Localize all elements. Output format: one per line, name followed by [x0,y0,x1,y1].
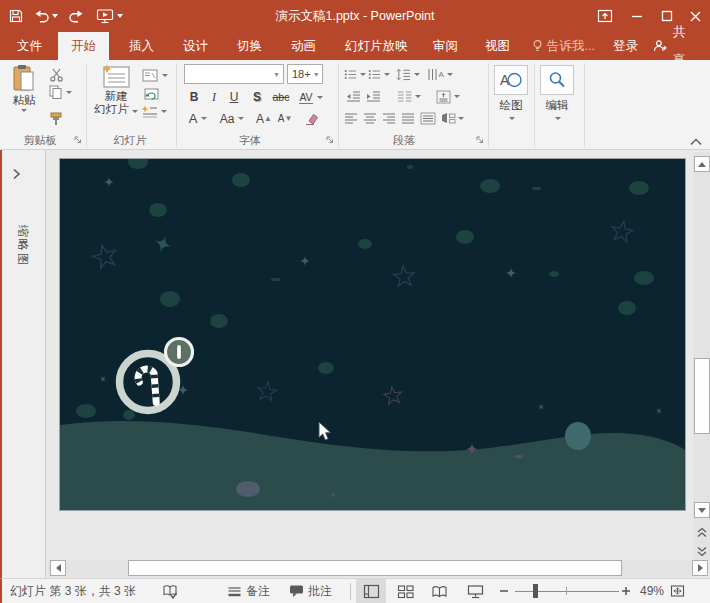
scroll-down-button[interactable] [694,502,710,518]
font-size-combobox[interactable]: 18+▾ [287,64,323,84]
new-slide-button[interactable]: 新建 幻灯片 [94,64,138,116]
tab-slideshow[interactable]: 幻灯片放映 [332,32,421,60]
fit-slide-button[interactable] [670,579,685,603]
tab-animations[interactable]: 动画 [278,32,329,60]
undo-button[interactable] [32,6,60,26]
clipboard-group-label: 剪贴板 [8,133,72,148]
powerpoint-window: 演示文稿1.pptx - PowerPoint 文件 开始 插入 设计 切换 动… [0,0,710,603]
zoom-in-button[interactable] [621,579,631,603]
reading-view-button[interactable] [424,579,454,603]
clear-formatting-button[interactable] [302,110,320,127]
start-from-slide-button[interactable] [92,6,126,26]
next-slide-button[interactable] [694,544,710,558]
change-case-button[interactable]: Aa [216,110,248,127]
normal-view-button[interactable] [356,579,386,603]
tab-view[interactable]: 视图 [472,32,523,60]
format-painter-button[interactable] [46,111,66,127]
distribute-text-button[interactable] [418,111,437,126]
zoom-level-button[interactable]: 49% [640,579,664,603]
share-button[interactable]: 共享 [640,32,710,60]
scroll-left-button[interactable] [50,560,66,576]
justify-button[interactable] [399,111,416,126]
drawing-button[interactable]: A [494,65,528,95]
tab-file[interactable]: 文件 [4,32,55,60]
save-button[interactable] [6,6,26,26]
slide-canvas[interactable] [60,159,685,510]
ribbon-tab-row: 文件 开始 插入 设计 切换 动画 幻灯片放映 审阅 视图 告诉我... 登录 … [0,32,710,60]
text-direction-button[interactable]: A [426,67,454,82]
underline-button[interactable]: U [226,89,242,105]
line-spacing-button[interactable] [396,67,420,82]
grow-font-button[interactable]: A▲ [255,110,273,127]
zoom-out-button[interactable] [499,579,509,603]
zoom-slider-thumb[interactable] [533,584,538,598]
vertical-scroll-thumb[interactable] [694,358,710,434]
slide-number-indicator[interactable]: 幻灯片 第 3 张，共 3 张 [10,579,136,603]
decrease-indent-button[interactable] [344,89,362,104]
spell-check-button[interactable] [162,579,178,603]
italic-button[interactable]: I [206,89,222,105]
tab-home[interactable]: 开始 [58,32,109,60]
font-name-combobox[interactable]: ▾ [184,64,284,84]
minimize-icon [631,10,643,22]
horizontal-scroll-thumb[interactable] [128,560,622,576]
align-right-button[interactable] [380,111,397,126]
editing-button[interactable] [540,65,574,95]
align-center-button[interactable] [361,111,378,126]
text-shadow-button[interactable]: S [249,89,265,105]
paste-button[interactable]: 粘贴 [6,64,42,112]
section-icon [141,105,158,119]
font-color-button[interactable]: A [185,110,211,127]
tab-insert[interactable]: 插入 [116,32,167,60]
numbering-button[interactable] [368,67,390,82]
tab-transitions[interactable]: 切换 [224,32,275,60]
reset-slide-button[interactable] [142,86,162,101]
align-text-button[interactable] [434,89,462,104]
collapse-ribbon-button[interactable] [688,136,704,148]
slide-editing-area[interactable] [59,158,686,511]
eraser-icon [304,112,319,125]
bullets-button[interactable] [344,67,366,82]
slide-sorter-button[interactable] [390,579,420,603]
drawing-dropdown[interactable] [508,114,516,122]
convert-smartart-button[interactable] [439,111,465,126]
bold-button[interactable]: B [186,89,202,105]
shrink-font-button[interactable]: A▼ [276,110,294,127]
scroll-right-button[interactable] [692,560,708,576]
copy-button[interactable] [44,84,76,100]
zoom-slider-track[interactable] [515,591,619,592]
font-dialog-launcher[interactable] [324,134,336,146]
thumbnail-pane[interactable]: 缩略图 [2,150,46,578]
previous-slide-button[interactable] [694,525,710,539]
moon-decoration [565,422,591,450]
scroll-up-button[interactable] [694,156,710,172]
character-spacing-button[interactable]: AV [296,89,326,105]
paragraph-dialog-launcher[interactable] [474,134,486,146]
slideshow-view-button[interactable] [460,579,490,603]
increase-indent-button[interactable] [364,89,382,104]
notes-toggle[interactable]: 备注 [227,579,270,603]
numbering-icon [368,68,381,81]
section-button[interactable] [138,104,170,119]
rock-decoration [236,481,260,497]
minus-icon [499,586,509,596]
slideshow-view-icon [467,584,484,599]
vertical-scrollbar[interactable] [693,152,710,560]
cut-button[interactable] [46,67,66,83]
tell-me-box[interactable]: 告诉我... [524,32,603,60]
expand-pane-icon[interactable] [12,168,21,180]
columns-button[interactable] [396,89,422,104]
columns-icon [397,90,412,103]
tab-review[interactable]: 审阅 [420,32,471,60]
comments-toggle[interactable]: 批注 [289,579,332,603]
editing-dropdown[interactable] [554,114,562,122]
redo-button[interactable] [66,6,86,26]
fit-slide-icon [670,584,685,598]
clipboard-dialog-launcher[interactable] [72,134,84,146]
ribbon-display-options-button[interactable] [590,0,620,32]
tab-design[interactable]: 设计 [170,32,221,60]
strikethrough-button[interactable]: abc [270,89,292,105]
layout-button[interactable] [140,68,170,83]
minimize-button[interactable] [622,0,652,32]
align-left-button[interactable] [342,111,359,126]
